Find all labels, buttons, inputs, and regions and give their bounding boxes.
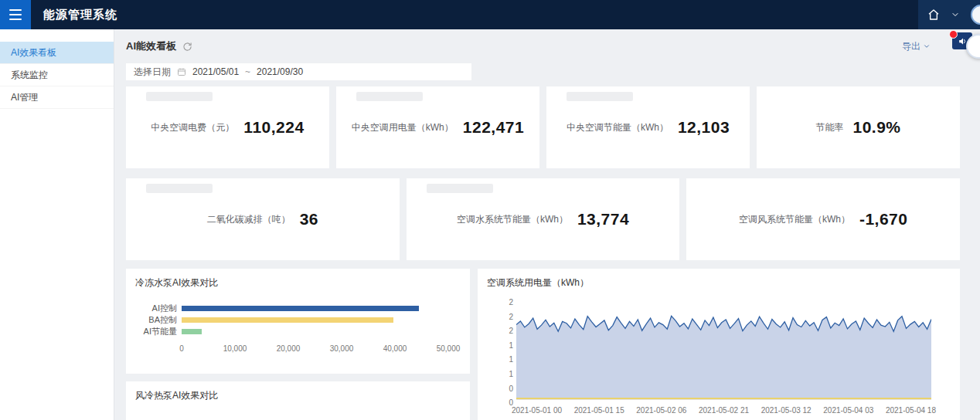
bar-category-label: AI节能量 (126, 326, 182, 337)
date-end[interactable]: 2021/09/30 (257, 66, 303, 77)
chevron-down-icon[interactable] (951, 10, 960, 19)
bar-row: AI控制 (126, 303, 470, 314)
kpi-value: 10.9% (852, 118, 900, 137)
x-tick-label: 40,000 (383, 344, 407, 353)
x-tick-label: 20,000 (277, 344, 301, 353)
app-window: 能源管理系统 AI效果看板系统监控AI管理 AI能效看板 导出 选择日期 (0, 0, 980, 420)
loading-skeleton (427, 184, 493, 193)
y-tick-label: 1 (509, 355, 513, 364)
x-tick-label: 50,000 (437, 344, 461, 353)
kpi-card: 空调风系统节能量（kWh）-1,670 (686, 178, 960, 260)
kpi-label: 空调水系统节能量（kWh） (457, 213, 568, 226)
x-tick-label: 2021-05-01 00 (512, 406, 562, 415)
notification-dot (949, 30, 958, 39)
home-icon[interactable] (927, 8, 940, 21)
kpi-card: 中央空调用电量（kWh）122,471 (336, 86, 539, 168)
kpi-card: 中央空调电费（元）110,224 (126, 86, 329, 168)
sidebar: AI效果看板系统监控AI管理 (0, 29, 114, 420)
topbar: 能源管理系统 (0, 0, 980, 29)
date-separator: ~ (245, 66, 250, 77)
refresh-icon[interactable] (182, 42, 192, 52)
x-tick-label: 30,000 (330, 344, 354, 353)
bar-category-label: BA控制 (126, 314, 182, 326)
chart-title: 风冷热泵AI效果对比 (126, 381, 470, 402)
bar-row: BA控制 (126, 314, 470, 326)
kpi-value: 12,103 (678, 118, 730, 137)
date-start[interactable]: 2021/05/01 (192, 66, 239, 77)
y-tick-label: 2 (509, 298, 513, 307)
y-tick-label: 1 (509, 341, 513, 350)
export-label: 导出 (902, 40, 920, 53)
area-chart-x-axis: 2021-05-01 002021-05-01 152021-05-02 062… (512, 406, 936, 415)
sidebar-item-ai-dashboard[interactable]: AI效果看板 (0, 42, 114, 64)
y-tick-label: 2 (509, 313, 513, 321)
kpi-card: 空调水系统节能量（kWh）13,774 (407, 178, 680, 260)
sidebar-item-ai-manage[interactable]: AI管理 (0, 86, 114, 109)
loading-skeleton (146, 184, 213, 193)
chevron-down-icon (923, 42, 931, 50)
kpi-card: 节能率10.9% (757, 86, 960, 168)
kpi-label: 中央空调节能量（kWh） (567, 121, 669, 134)
x-tick-label: 2021-05-03 12 (761, 406, 812, 415)
chart-panel-chilled-water-pump: 冷冻水泵AI效果对比 AI控制BA控制AI节能量 010,00020,00030… (126, 269, 470, 374)
kpi-label: 节能率 (815, 121, 843, 134)
loading-skeleton (146, 92, 213, 101)
x-tick-label: 2021-05-02 21 (699, 406, 749, 415)
x-tick-label: 2021-05-01 15 (574, 406, 624, 415)
kpi-label: 中央空调用电量（kWh） (352, 121, 454, 134)
kpi-row-1: 中央空调电费（元）110,224中央空调用电量（kWh）122,471中央空调节… (126, 86, 960, 168)
topbar-actions (918, 0, 980, 29)
x-tick-label: 10,000 (223, 344, 247, 353)
x-tick-label: 2021-05-04 18 (886, 406, 936, 415)
floating-help-button[interactable] (966, 34, 980, 59)
kpi-value: 122,471 (463, 118, 524, 137)
y-tick-label: 2 (509, 327, 513, 335)
loading-skeleton (356, 92, 423, 101)
kpi-value: 110,224 (243, 118, 304, 137)
kpi-value: 13,774 (577, 210, 629, 229)
bar (182, 306, 419, 311)
page-title: AI能效看板 (126, 39, 176, 53)
bar-chart-x-axis: 010,00020,00030,00040,00050,000 (182, 344, 448, 355)
area-chart-y-axis: 22211100 (487, 269, 513, 420)
y-tick-label: 1 (509, 370, 513, 378)
kpi-value: 36 (300, 210, 318, 229)
bar (182, 329, 202, 334)
chart-panel-heat-pump: 风冷热泵AI效果对比 (126, 381, 470, 420)
kpi-card: 二氧化碳减排（吨）36 (126, 178, 400, 260)
x-tick-label: 0 (179, 344, 184, 353)
hamburger-menu-icon[interactable] (0, 0, 31, 29)
kpi-label: 中央空调电费（元） (151, 121, 234, 134)
app-title: 能源管理系统 (43, 8, 117, 22)
kpi-label: 二氧化碳减排（吨） (207, 213, 291, 226)
x-tick-label: 2021-05-02 06 (636, 406, 686, 415)
bar (182, 317, 393, 323)
kpi-card: 中央空调节能量（kWh）12,103 (546, 86, 750, 168)
area-chart (516, 297, 931, 400)
bar-row: AI节能量 (126, 326, 470, 337)
page-header: AI能效看板 导出 (126, 39, 960, 54)
loading-skeleton (567, 92, 633, 101)
bar-track (182, 317, 448, 323)
chart-title: 空调系统用电量（kWh） (478, 269, 960, 290)
date-range-label: 选择日期 (134, 66, 171, 79)
bar-category-label: AI控制 (126, 303, 182, 314)
bar-chart: AI控制BA控制AI节能量 (126, 303, 470, 337)
chart-title: 冷冻水泵AI效果对比 (126, 269, 470, 290)
y-tick-label: 0 (509, 384, 513, 393)
kpi-value: -1,670 (859, 210, 908, 229)
chart-panel-ac-power: 空调系统用电量（kWh） 22211100 2021-05-01 002021-… (478, 269, 960, 420)
area-fill (516, 316, 931, 400)
kpi-label: 空调风系统节能量（kWh） (739, 213, 850, 226)
x-tick-label: 2021-05-04 03 (823, 406, 873, 415)
bar-track (182, 306, 448, 311)
bar-track (182, 329, 448, 334)
kpi-row-2: 二氧化碳减排（吨）36空调水系统节能量（kWh）13,774空调风系统节能量（k… (126, 178, 960, 260)
sidebar-item-system-monitor[interactable]: 系统监控 (0, 64, 114, 86)
export-button[interactable]: 导出 (902, 40, 931, 53)
date-range-picker[interactable]: 选择日期 2021/05/01 ~ 2021/09/30 (126, 63, 471, 80)
calendar-icon (177, 67, 186, 76)
avatar[interactable] (971, 5, 980, 25)
